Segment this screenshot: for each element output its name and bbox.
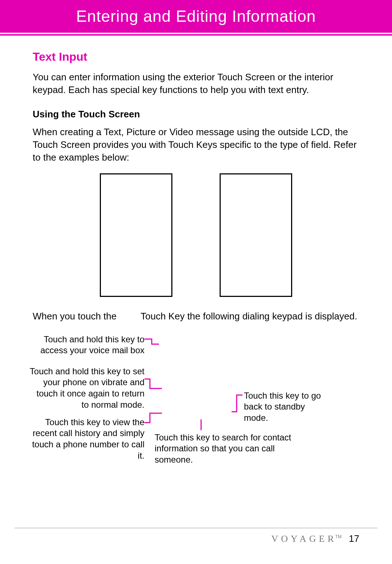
callout-standby: Touch this key to go back to standby mod… bbox=[244, 390, 327, 424]
intro-paragraph: You can enter information using the exte… bbox=[33, 71, 359, 96]
callout-search-contact: Touch this key to search for contact inf… bbox=[155, 432, 311, 466]
brand-name: VOYAGER bbox=[271, 533, 337, 544]
page-number: 17 bbox=[349, 533, 359, 544]
footer-divider bbox=[15, 528, 377, 528]
callout-leader-icon bbox=[144, 339, 163, 351]
callout-voicemail: Touch and hold this key to access your v… bbox=[33, 334, 144, 356]
touch-key-sentence-part-b: Touch Key the following dialing keypad i… bbox=[140, 311, 357, 322]
trademark-symbol: TM bbox=[335, 534, 342, 539]
chapter-title: Entering and Editing Information bbox=[76, 7, 316, 25]
callout-leader-icon bbox=[144, 413, 166, 429]
touch-key-sentence: When you touch the Touch Key the followi… bbox=[33, 310, 359, 323]
callout-vibrate: Touch and hold this key to set your phon… bbox=[29, 366, 144, 411]
example-screen-placeholder bbox=[100, 173, 172, 297]
touch-key-sentence-part-a: When you touch the bbox=[33, 311, 117, 322]
example-screen-placeholder bbox=[220, 173, 292, 297]
callout-leader-icon bbox=[199, 419, 206, 434]
section-title: Text Input bbox=[33, 50, 359, 64]
example-screens-row bbox=[33, 173, 359, 297]
page-footer: VOYAGERTM 17 bbox=[271, 533, 359, 544]
subsection-paragraph: When creating a Text, Picture or Video m… bbox=[33, 126, 359, 164]
callout-leader-icon bbox=[232, 395, 246, 418]
dialpad-callout-diagram: Touch and hold this key to access your v… bbox=[33, 327, 359, 483]
callout-leader-icon bbox=[144, 379, 166, 395]
chapter-header-band: Entering and Editing Information bbox=[0, 0, 392, 33]
callout-recent-calls: Touch this key to view the recent call h… bbox=[29, 417, 144, 462]
subsection-title: Using the Touch Screen bbox=[33, 109, 359, 120]
